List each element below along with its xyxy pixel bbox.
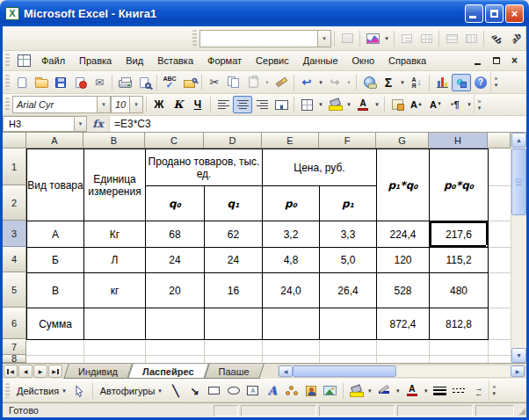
toolbar-grip[interactable] — [5, 383, 10, 399]
cell-A5[interactable]: В — [27, 273, 84, 308]
print-button[interactable] — [115, 74, 134, 91]
cells-format-button[interactable] — [388, 96, 407, 113]
autosum-dropdown[interactable]: ▾ — [398, 75, 407, 91]
toolbar-options-button[interactable]: »▾ — [489, 380, 499, 401]
cell-B3[interactable]: Кг — [84, 221, 146, 248]
last-sheet-button[interactable]: ▶ — [48, 365, 62, 378]
diagram-button[interactable] — [282, 382, 301, 400]
chart-wizard-button[interactable] — [432, 74, 452, 91]
dash-style-button[interactable] — [450, 382, 469, 400]
shape-font-color-dropdown[interactable]: ▾ — [422, 383, 431, 399]
row-header-1[interactable]: 1 — [3, 148, 26, 185]
undo-dropdown[interactable]: ▾ — [316, 75, 325, 91]
copy-button[interactable] — [224, 74, 243, 91]
menu-file[interactable]: Файл — [34, 53, 72, 69]
cell-C5[interactable]: 20 — [146, 273, 205, 308]
cells-area[interactable]: Вид товара Единица измерения Продано тов… — [26, 148, 511, 363]
row-header-8[interactable]: 8 — [3, 355, 26, 363]
scroll-right-button[interactable]: ▶ — [511, 366, 525, 377]
line-color-dropdown[interactable]: ▾ — [394, 383, 402, 399]
cell-D6[interactable] — [205, 308, 263, 340]
cell-F2[interactable]: p₁ — [320, 186, 377, 221]
chevron-down-icon[interactable]: ▾ — [97, 97, 110, 112]
bold-button[interactable]: Ж — [149, 96, 169, 113]
cell-G4[interactable]: 120 — [377, 248, 430, 273]
fill-color-button[interactable] — [325, 96, 344, 113]
toolbar-grip[interactable] — [5, 75, 10, 91]
row-header-6[interactable]: 6 — [3, 308, 26, 339]
menu-window[interactable]: Окно — [345, 53, 382, 69]
workbook-minimize-button[interactable] — [471, 54, 484, 67]
shape-font-color-button[interactable]: А — [402, 382, 422, 400]
italic-button[interactable]: К — [169, 96, 188, 113]
shape-fill-dropdown[interactable]: ▾ — [366, 383, 374, 399]
cell-E3[interactable]: 3,2 — [263, 221, 320, 248]
hyperlink-button[interactable] — [359, 74, 379, 91]
chart-type-button[interactable] — [363, 30, 382, 47]
drawing-button[interactable] — [452, 74, 471, 91]
cell-D3[interactable]: 62 — [205, 221, 263, 248]
align-left-button[interactable] — [214, 96, 233, 113]
rectangle-button[interactable] — [205, 382, 224, 400]
text-direction-button[interactable]: ▸¶ — [446, 96, 465, 113]
fill-color-dropdown[interactable]: ▾ — [344, 97, 353, 112]
name-box[interactable]: H3 ▾ — [3, 116, 87, 132]
menu-view[interactable]: Вид — [119, 53, 150, 69]
cell-C2[interactable]: q₀ — [146, 186, 205, 221]
scroll-down-button[interactable]: ▼ — [511, 348, 526, 363]
minimize-button[interactable] — [465, 4, 483, 23]
formula-input[interactable]: =E3*C3 — [110, 116, 526, 132]
decrease-font-button[interactable]: А▼ — [426, 96, 446, 113]
sheet-tab-paasche[interactable]: Пааше — [207, 364, 262, 379]
cell-E5[interactable]: 24,0 — [263, 273, 320, 308]
horizontal-scroll-track[interactable] — [396, 366, 511, 377]
sheet-tab-individ[interactable]: Индивид — [66, 364, 130, 379]
column-header-a[interactable]: A — [26, 133, 83, 148]
select-all-button[interactable] — [3, 133, 26, 148]
toolbar-grip[interactable] — [5, 98, 10, 112]
column-header-c[interactable]: C — [145, 133, 204, 148]
workbook-restore-button[interactable] — [489, 54, 503, 67]
cell-H3-selected[interactable]: 217,6 — [430, 221, 489, 248]
text-direction-dropdown[interactable]: ▾ — [465, 97, 474, 112]
cell-C3[interactable]: 68 — [146, 221, 205, 248]
cell-H6[interactable]: 812,8 — [430, 308, 489, 340]
font-color-dropdown[interactable]: ▾ — [373, 97, 381, 112]
menu-edit[interactable]: Правка — [72, 53, 119, 69]
angle-text-upward-button[interactable]: ab — [506, 30, 525, 47]
column-header-b[interactable]: B — [83, 133, 145, 148]
vertical-scroll-thumb[interactable] — [511, 148, 526, 215]
menu-help[interactable]: Справка — [381, 53, 433, 69]
cell-H4[interactable]: 115,2 — [430, 248, 489, 273]
borders-button[interactable] — [297, 96, 316, 113]
toolbar-options-button[interactable]: »▾ — [490, 72, 501, 92]
cell-A1[interactable]: Вид товара — [27, 149, 84, 221]
cell-A3[interactable]: А — [27, 221, 84, 248]
borders-dropdown[interactable]: ▾ — [316, 97, 325, 112]
cell-F5[interactable]: 26,4 — [320, 273, 377, 308]
spelling-button[interactable]: ABC✓ — [160, 74, 179, 91]
cell-B5[interactable]: кг — [84, 273, 146, 308]
column-header-f[interactable]: F — [319, 133, 376, 148]
column-header-g[interactable]: G — [376, 133, 429, 148]
scroll-left-button[interactable]: ◀ — [279, 366, 293, 377]
increase-font-button[interactable]: А▲ — [407, 96, 426, 113]
chart-type-dropdown[interactable]: ▾ — [382, 31, 391, 47]
font-color-button[interactable]: А — [353, 96, 373, 113]
oval-button[interactable] — [224, 382, 243, 400]
open-button[interactable] — [32, 74, 51, 91]
cell-E6[interactable] — [263, 308, 320, 340]
cell-D2[interactable]: q₁ — [205, 186, 263, 221]
cell-G6[interactable]: 872,4 — [377, 308, 430, 340]
chevron-down-icon[interactable]: ▾ — [317, 31, 330, 47]
wordart-button[interactable]: A — [263, 382, 282, 400]
name-box-dropdown[interactable]: ▾ — [74, 117, 86, 131]
autoshapes-menu-button[interactable]: Автофигуры ▾ — [96, 384, 166, 398]
row-header-7[interactable]: 7 — [3, 339, 26, 355]
align-center-button[interactable] — [233, 96, 252, 113]
select-objects-button[interactable] — [70, 382, 90, 400]
cell-G5[interactable]: 528 — [377, 273, 430, 308]
cell-D4[interactable]: 24 — [205, 248, 263, 273]
undo-button[interactable]: ↩ — [297, 74, 316, 91]
cell-C1[interactable]: Продано товаров, тыс. ед. — [146, 149, 263, 186]
